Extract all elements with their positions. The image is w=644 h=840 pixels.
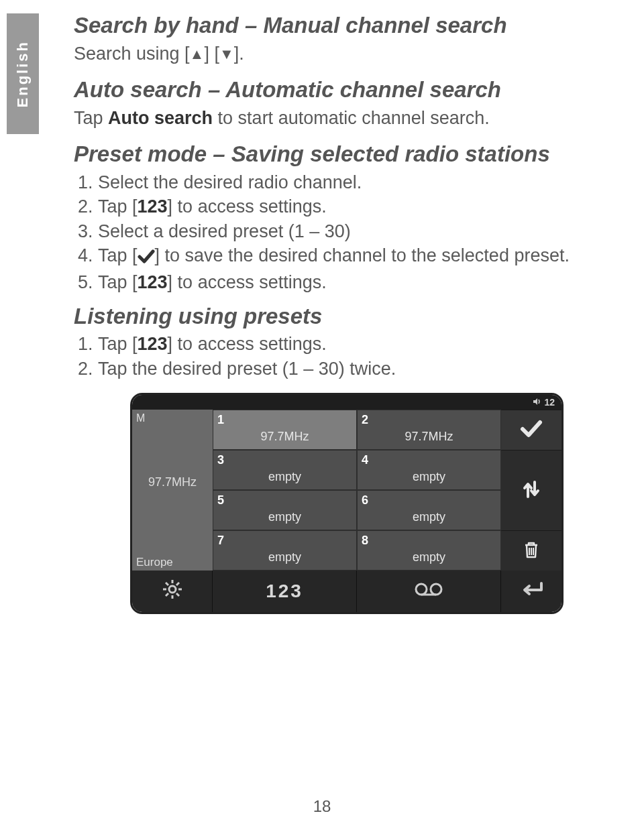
language-label: English <box>14 40 32 107</box>
heading-manual-search: Search by hand – Manual channel search <box>74 12 610 39</box>
preset-screen: 12 M 97.7MHz Europe 1 97.7MHz 2 97.7MHz … <box>132 395 561 612</box>
tape-reel-icon <box>413 581 445 602</box>
preset-slot-8[interactable]: 8 empty <box>357 530 501 571</box>
preset-number: 5 <box>217 493 224 507</box>
bottom-toolbar: 123 <box>132 571 561 612</box>
preset-slot-1[interactable]: 1 97.7MHz <box>213 410 357 450</box>
preset-value: 97.7MHz <box>213 430 356 444</box>
memory-mode-label: M <box>132 410 213 427</box>
heading-listen-presets: Listening using presets <box>74 303 610 330</box>
preset-123-label: 123 <box>138 196 168 217</box>
preset-value: empty <box>358 510 500 524</box>
svg-line-7 <box>166 593 168 596</box>
svg-line-5 <box>166 583 168 585</box>
language-tab: English <box>7 13 39 134</box>
trash-icon <box>521 540 541 562</box>
preset-123-label: 123 <box>138 272 168 292</box>
list-item: Select a desired preset (1 – 30) <box>98 219 610 243</box>
text-fragment: ] to access settings. <box>168 272 327 292</box>
list-item: Tap [123] to access settings. <box>98 270 610 294</box>
left-info-panel: M 97.7MHz Europe <box>132 410 213 571</box>
region-label: Europe <box>132 554 213 571</box>
recordings-button[interactable] <box>357 571 501 612</box>
list-item: Tap [123] to access settings. <box>98 194 610 219</box>
swap-button[interactable] <box>501 450 561 530</box>
preset-number: 2 <box>362 413 368 427</box>
check-icon <box>138 246 155 270</box>
preset-value: empty <box>213 510 356 524</box>
text-fragment: Tap [ <box>98 272 138 292</box>
preset-slot-2[interactable]: 2 97.7MHz <box>357 410 501 450</box>
confirm-button[interactable] <box>501 410 561 450</box>
list-item: Select the desired radio channel. <box>98 170 610 194</box>
text-fragment: Tap [ <box>98 245 138 265</box>
enter-button[interactable] <box>501 571 561 612</box>
manual-page: English Search by hand – Manual channel … <box>0 0 644 840</box>
list-item: Tap [123] to access settings. <box>98 332 610 356</box>
list-item: Tap the desired preset (1 – 30) twice. <box>98 357 610 381</box>
text-fragment: Tap [ <box>98 334 138 354</box>
preset-slot-4[interactable]: 4 empty <box>357 450 501 490</box>
preset-value: empty <box>213 550 356 564</box>
swap-arrows-icon <box>520 478 543 503</box>
volume-icon <box>532 397 541 408</box>
preset-save-steps: Select the desired radio channel. Tap [1… <box>74 170 610 295</box>
return-arrow-icon <box>519 581 544 602</box>
preset-value: empty <box>358 550 500 564</box>
svg-line-6 <box>176 593 179 596</box>
status-bar: 12 <box>132 395 561 410</box>
preset-number: 7 <box>217 534 224 548</box>
text-fragment: ]. <box>234 44 244 64</box>
preset-slot-7[interactable]: 7 empty <box>213 530 357 571</box>
svg-point-10 <box>431 584 441 595</box>
heading-preset-save: Preset mode – Saving selected radio stat… <box>74 141 610 168</box>
presets-123-label: 123 <box>266 581 303 602</box>
text-fragment: ] to access settings. <box>168 334 327 354</box>
auto-search-instruction: Tap Auto search to start automatic chann… <box>74 106 610 130</box>
preset-value: 97.7MHz <box>358 430 500 444</box>
volume-indicator: 12 <box>532 397 555 408</box>
preset-value: empty <box>213 470 356 484</box>
text-fragment: ] to access settings. <box>168 196 327 217</box>
current-frequency: 97.7MHz <box>132 475 213 489</box>
preset-number: 1 <box>217 413 224 427</box>
gear-icon <box>162 579 183 604</box>
preset-value: empty <box>358 470 500 484</box>
listen-presets-steps: Tap [123] to access settings. Tap the de… <box>74 332 610 381</box>
svg-point-9 <box>416 584 427 595</box>
preset-number: 3 <box>217 453 224 467</box>
volume-value: 12 <box>544 397 555 408</box>
heading-auto-search: Auto search – Automatic channel search <box>74 76 610 103</box>
down-arrow-icon: ▼ <box>219 46 234 62</box>
preset-slot-3[interactable]: 3 empty <box>213 450 357 490</box>
check-icon <box>519 419 543 442</box>
text-fragment: to start automatic channel search. <box>213 108 490 128</box>
svg-line-8 <box>176 583 179 585</box>
preset-slot-5[interactable]: 5 empty <box>213 490 357 530</box>
settings-button[interactable] <box>132 571 213 612</box>
preset-123-label: 123 <box>138 334 168 354</box>
auto-search-bold: Auto search <box>108 108 213 128</box>
svg-point-0 <box>169 586 176 593</box>
text-fragment: Tap [ <box>98 196 138 217</box>
preset-number: 4 <box>362 453 368 467</box>
text-fragment: ] [ <box>204 44 219 64</box>
page-number: 18 <box>0 797 644 816</box>
up-arrow-icon: ▲ <box>190 46 205 62</box>
manual-search-instruction: Search using [▲] [▼]. <box>74 42 610 66</box>
preset-number: 6 <box>362 493 368 507</box>
list-item: Tap [] to save the desired channel to th… <box>98 243 610 270</box>
delete-button[interactable] <box>501 530 561 571</box>
preset-slot-6[interactable]: 6 empty <box>357 490 501 530</box>
preset-number: 8 <box>362 534 368 548</box>
text-fragment: ] to save the desired channel to the sel… <box>155 245 570 265</box>
device-screenshot: 12 M 97.7MHz Europe 1 97.7MHz 2 97.7MHz … <box>130 393 564 614</box>
text-fragment: Tap <box>74 108 108 128</box>
presets-123-button[interactable]: 123 <box>213 571 357 612</box>
text-fragment: Search using [ <box>74 44 190 64</box>
